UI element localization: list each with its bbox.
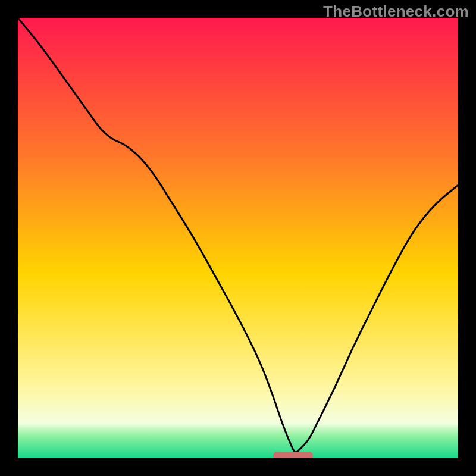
optimum-marker xyxy=(273,452,313,458)
curve-layer xyxy=(18,18,458,458)
plot-area xyxy=(18,18,458,458)
chart-stage: TheBottleneck.com xyxy=(0,0,476,476)
bottleneck-curve xyxy=(18,18,458,452)
